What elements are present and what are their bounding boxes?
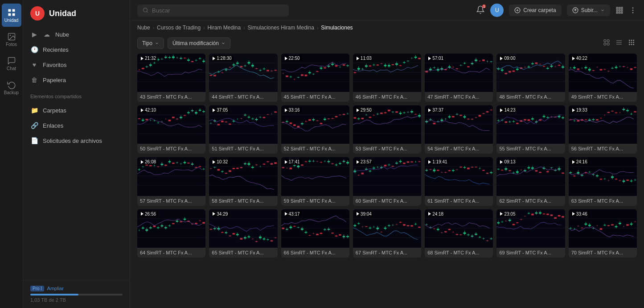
toolbar: Tipo Última modificación: [130, 34, 644, 54]
svg-rect-147: [327, 66, 330, 67]
video-title: 57 SimRT - MTC Fx A...: [137, 196, 205, 206]
svg-rect-952: [301, 228, 304, 229]
video-card[interactable]: 1:28:30 44 SimRT - MTC Fx A...: [209, 54, 277, 102]
video-card[interactable]: 1:19:41 61 SimRT - MTC Fx A...: [425, 157, 493, 205]
svg-rect-983: [357, 223, 360, 224]
video-card[interactable]: 40:22 49 SimRT - MTC Fx A...: [569, 54, 637, 102]
play-icon: [357, 108, 359, 112]
sidebar-footer: Pro I Ampliar 1,03 TB de 2 TB: [23, 280, 130, 308]
video-card[interactable]: 24:16 63 SimRT - MTC Fx A...: [569, 157, 637, 205]
search-bar[interactable]: [137, 4, 289, 17]
video-card[interactable]: 26:08 57 SimRT - MTC Fx A...: [137, 157, 205, 205]
svg-rect-1067: [513, 224, 515, 225]
svg-rect-303: [615, 67, 617, 68]
svg-rect-658: [263, 164, 266, 165]
nav-item-chat[interactable]: Chat: [2, 52, 21, 75]
svg-rect-566: [596, 119, 599, 121]
svg-rect-449: [380, 112, 383, 114]
svg-rect-574: [611, 111, 614, 111]
video-card[interactable]: 34:29 65 SimRT - MTC Fx A...: [209, 209, 277, 258]
video-card[interactable]: 23:57 60 SimRT - MTC Fx A...: [353, 157, 421, 205]
more-options-icon[interactable]: [629, 6, 637, 14]
video-card[interactable]: 29:50 53 SimRT - MTC Fx A...: [353, 105, 421, 154]
svg-rect-868: [145, 229, 148, 231]
video-card[interactable]: 21:32 43 SimRT - MTC Fx A...: [137, 54, 205, 102]
breadcrumb-sep-3: ›: [243, 25, 245, 30]
svg-rect-94: [229, 67, 231, 68]
video-thumbnail: 23:05: [496, 209, 565, 248]
video-card[interactable]: 37:05 51 SimRT - MTC Fx A...: [209, 105, 277, 154]
breadcrumb-simulaciones: Simulaciones: [321, 25, 353, 31]
breadcrumb-cursos[interactable]: Cursos de Trading: [157, 25, 201, 31]
svg-rect-913: [229, 236, 231, 236]
svg-rect-1020: [426, 225, 428, 225]
video-card[interactable]: 23:05 69 SimRT - MTC Fx A...: [496, 209, 565, 258]
nav-enlaces[interactable]: 🔗 Enlaces: [23, 118, 130, 133]
video-card[interactable]: 26:56 64 SimRT - MTC Fx A...: [137, 209, 205, 258]
view-grid-button[interactable]: [626, 37, 637, 49]
svg-rect-420: [327, 119, 330, 119]
video-card[interactable]: 33:46 70 SimRT - MTC Fx A...: [569, 209, 637, 258]
avatar[interactable]: U: [490, 4, 504, 17]
create-folder-button[interactable]: Crear carpeta: [509, 4, 561, 16]
nav-item-fotos[interactable]: Fotos: [2, 28, 21, 51]
video-card[interactable]: 19:33 56 SimRT - MTC Fx A...: [569, 105, 637, 154]
nav-item-backup[interactable]: Backup: [2, 76, 21, 99]
svg-rect-463: [406, 112, 409, 112]
svg-rect-537: [543, 116, 546, 117]
date-filter-button[interactable]: Última modificación: [168, 37, 230, 49]
svg-rect-736: [406, 162, 409, 163]
view-image-icon: [603, 39, 610, 46]
video-card[interactable]: 24:18 68 SimRT - MTC Fx A...: [425, 209, 493, 258]
nav-item-unidad[interactable]: Unidad: [2, 4, 21, 27]
svg-point-5: [9, 34, 10, 36]
svg-rect-266: [547, 68, 550, 69]
nav-carpetas[interactable]: 📁 Carpetas: [23, 103, 130, 118]
video-card[interactable]: 33:16 52 SimRT - MTC Fx A...: [281, 105, 349, 154]
type-filter-button[interactable]: Tipo: [137, 37, 164, 49]
video-card[interactable]: 39:04 67 SimRT - MTC Fx A...: [353, 209, 421, 258]
nav-favoritos[interactable]: ♥ Favoritos: [23, 57, 130, 72]
video-title: 67 SimRT - MTC Fx A...: [353, 248, 421, 258]
video-card[interactable]: 09:13 62 SimRT - MTC Fx A...: [496, 157, 565, 205]
svg-rect-242: [501, 70, 504, 71]
svg-rect-244: [505, 73, 508, 74]
svg-rect-40: [633, 44, 634, 45]
svg-rect-763: [456, 170, 459, 170]
video-card[interactable]: 37:37 54 SimRT - MTC Fx A...: [425, 105, 493, 154]
upload-button[interactable]: Subir...: [567, 4, 610, 16]
svg-rect-831: [581, 175, 583, 176]
svg-rect-461: [403, 112, 406, 113]
video-card[interactable]: 57:01 47 SimRT - MTC Fx A...: [425, 54, 493, 102]
video-card[interactable]: 14:23 55 SimRT - MTC Fx A...: [496, 105, 565, 154]
breadcrumb-hiram[interactable]: Hiram Medina: [207, 25, 241, 31]
video-duration: 42:10: [139, 107, 158, 113]
video-card[interactable]: 17:41 59 SimRT - MTC Fx A...: [281, 157, 349, 205]
svg-rect-769: [467, 168, 470, 170]
svg-rect-131: [297, 77, 299, 78]
svg-rect-494: [464, 117, 466, 118]
view-list-button[interactable]: [614, 37, 624, 49]
icon-nav: Unidad Fotos Chat Backup: [0, 0, 23, 308]
video-card[interactable]: 10:32 58 SimRT - MTC Fx A...: [209, 157, 277, 205]
video-card[interactable]: 09:00 48 SimRT - MTC Fx A...: [496, 54, 565, 102]
video-title: 45 SimRT - MTC Fx A...: [281, 92, 349, 102]
video-card[interactable]: 22:50 45 SimRT - MTC Fx A...: [281, 54, 349, 102]
video-card[interactable]: 42:10 50 SimRT - MTC Fx A...: [137, 105, 205, 154]
svg-rect-346: [191, 110, 194, 111]
svg-rect-931: [263, 238, 266, 239]
svg-rect-660: [267, 162, 269, 162]
nav-solicitudes[interactable]: 📄 Solicitudes de archivos: [23, 133, 130, 148]
video-card[interactable]: 43:17 66 SimRT - MTC Fx A...: [281, 209, 349, 258]
svg-rect-814: [550, 168, 553, 168]
search-input[interactable]: [152, 7, 283, 14]
nav-papelera[interactable]: 🗑 Papelera: [23, 72, 130, 87]
video-card[interactable]: 11:03 46 SimRT - MTC Fx A...: [353, 54, 421, 102]
view-image-button[interactable]: [601, 37, 612, 49]
notification-bell[interactable]: 1: [476, 5, 485, 16]
upgrade-link[interactable]: Ampliar: [47, 286, 64, 291]
nav-recientes[interactable]: 🕐 Recientes: [23, 42, 130, 57]
breadcrumb-nube[interactable]: Nube: [137, 25, 150, 31]
breadcrumb-simulaciones-hiram[interactable]: Simulaciones Hiram Medina: [247, 25, 314, 31]
nav-nube[interactable]: ▶ ☁ Nube: [23, 27, 130, 42]
